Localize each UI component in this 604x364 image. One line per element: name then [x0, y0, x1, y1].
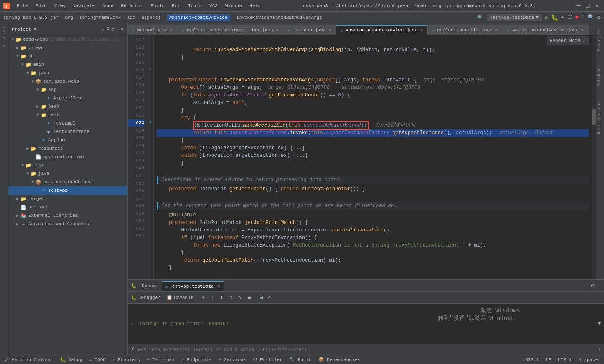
tree-test-folder[interactable]: ▼ 📁 test	[8, 111, 127, 119]
stop-button[interactable]: ■	[575, 14, 579, 21]
status-vcs[interactable]: ⎇ Version Control	[3, 357, 53, 362]
evaluate-filter-icon[interactable]: ⊻	[131, 346, 135, 353]
filter-icon[interactable]: ▼	[598, 321, 601, 326]
tree-src[interactable]: ▼ 📁 src	[8, 52, 127, 60]
close-sidebar-icon[interactable]: ✕	[121, 26, 124, 32]
close-button[interactable]: ✕	[593, 2, 601, 10]
tree-java-test[interactable]: ▼ 📁 java	[8, 169, 127, 178]
tree-external-libs[interactable]: ▶ 📚 External Libraries	[8, 211, 127, 220]
menu-view[interactable]: View	[51, 3, 68, 9]
debug-button[interactable]: 🐛	[551, 14, 558, 21]
status-encoding[interactable]: UTF-8	[558, 357, 572, 362]
debug-evaluate-btn[interactable]: ≡	[245, 294, 254, 302]
status-profiler-btn[interactable]: ⏱ Profiler	[253, 357, 282, 362]
tab-reflective[interactable]: ☕ ReflectiveMethodInvocation.java ✕	[177, 25, 283, 35]
status-build-btn[interactable]: 🔨 Build	[289, 357, 312, 362]
evaluate-input[interactable]	[138, 347, 594, 352]
tab-testaop[interactable]: ☕ TestAop.java ✕	[283, 25, 336, 35]
code-editor[interactable]: Reader Mode ✓ return invokeAdviceMethodW…	[154, 35, 592, 279]
tree-apprun[interactable]: ● AppRun	[8, 136, 127, 144]
run-button[interactable]: ▶	[545, 14, 549, 21]
sidebar-dropdown[interactable]: ▼	[34, 27, 36, 32]
status-dependencies-btn[interactable]: 📦 Dependencies	[318, 357, 360, 362]
menu-file[interactable]: File	[13, 3, 31, 9]
menu-navigate[interactable]: Navigate	[69, 3, 98, 9]
tree-resources[interactable]: ▶ 📂 resources	[8, 144, 127, 153]
breadcrumb-org[interactable]: org	[65, 15, 73, 20]
tree-main[interactable]: ▼ 📁 main	[8, 60, 127, 69]
status-services-btn[interactable]: ⚡ Services	[219, 357, 246, 362]
maximize-button[interactable]: □	[584, 2, 591, 10]
breadcrumb-aspectj[interactable]: aspectj	[141, 15, 161, 20]
tree-scratches[interactable]: ▶ ✏ Scratches and Consoles	[8, 220, 127, 228]
menu-help[interactable]: Help	[246, 3, 264, 9]
menu-refactor[interactable]: Refactor	[117, 3, 146, 9]
tab-close-method[interactable]: ✕	[170, 27, 173, 33]
menu-tools[interactable]: Tools	[185, 3, 205, 9]
tab-method-java[interactable]: ☕ Method.java ✕	[128, 25, 177, 35]
status-todo-btn[interactable]: ☑ TODO	[89, 357, 106, 362]
tab-close-testaop[interactable]: ✕	[328, 27, 331, 33]
tree-test-package[interactable]: ▼ 📦 com.ossa.web3.test	[8, 178, 127, 186]
breadcrumb-file[interactable]: AbstractAspectJAdvice	[167, 14, 230, 21]
tab-reflection[interactable]: ☕ ReflectionUtils.java ✕	[428, 25, 503, 35]
tab-overflow-icon[interactable]: ⋮	[596, 29, 601, 35]
threads-icon[interactable]: ⤢	[267, 294, 271, 301]
debug-step-into-btn[interactable]: ↓	[208, 294, 217, 302]
run-config-selector[interactable]: TestAop.testData ▼	[487, 14, 542, 21]
breadcrumb-jar[interactable]: spring-aop-6.0.3.jar	[3, 15, 59, 20]
evaluate-submit-icon[interactable]: ›	[598, 347, 601, 353]
status-endpoints-btn[interactable]: ↗ Endpoints	[181, 357, 212, 362]
project-panel-toggle[interactable]: Structure	[1, 25, 7, 49]
menu-edit[interactable]: Edit	[32, 3, 49, 9]
scroll-indicator[interactable]	[592, 35, 596, 279]
breadcrumb-method[interactable]: invokeAdviceMethodWithGivenArgs	[236, 15, 322, 20]
status-lf[interactable]: LF	[546, 357, 551, 362]
tree-appyml[interactable]: 📄 application.yml	[8, 153, 127, 161]
menu-window[interactable]: Window	[222, 3, 245, 9]
menu-code[interactable]: Code	[99, 3, 117, 9]
database-panel-toggle[interactable]: Database	[596, 63, 604, 90]
status-terminal-btn[interactable]: ⌨ Terminal	[147, 357, 174, 362]
tab-close-reflective[interactable]: ✕	[276, 27, 279, 33]
tree-test-src[interactable]: ▼ 📁 test	[8, 161, 127, 169]
tree-target[interactable]: ▶ 📁 target	[8, 195, 127, 203]
debug-settings-icon[interactable]: ⚙	[591, 282, 594, 289]
tree-testimpl[interactable]: ● TestImpl	[8, 119, 127, 127]
menu-vcs[interactable]: VCS	[206, 3, 221, 9]
profile-button[interactable]: ⏱	[567, 14, 573, 21]
debug-close-icon[interactable]: —	[597, 282, 601, 289]
tab-aspectjaround[interactable]: ☕ AspectJAroundAdvice.java ✕	[502, 25, 588, 35]
settings-icon[interactable]: ⚙	[597, 14, 601, 21]
maven-panel-toggle[interactable]: Maven	[596, 35, 604, 55]
tree-idea[interactable]: ▶ 📁 .idea	[8, 44, 127, 52]
list-view-icon[interactable]: ≡	[107, 26, 109, 32]
minimize-button[interactable]: ─	[575, 2, 582, 10]
collapse-icon[interactable]: —	[116, 26, 119, 32]
external-link-icon[interactable]: ↗	[102, 26, 105, 32]
notifications-panel-toggle[interactable]: Notifications	[596, 98, 604, 138]
tree-aspectjtest[interactable]: ● AspectJTest	[8, 94, 127, 102]
debug-force-step-btn[interactable]: ⬇	[218, 294, 226, 302]
project-root[interactable]: ▼ 📁 ossa-web3 C:\Users\sunjinxin\IdeaPro…	[8, 35, 127, 44]
tree-testinterface[interactable]: ◉ TestInterface	[8, 127, 127, 136]
tree-aop[interactable]: ▼ 📁 aop	[8, 86, 127, 94]
reader-mode-label[interactable]: Reader Mode	[550, 37, 581, 44]
search-everywhere-icon[interactable]: 🔍	[477, 15, 483, 20]
tab-abstractaspect[interactable]: ☕ AbstractAspectJAdvice.java ✕	[336, 25, 428, 35]
status-debug-btn[interactable]: 🐛 Debug	[60, 357, 83, 362]
status-indent[interactable]: 4 spaces	[578, 357, 601, 362]
translate-icon[interactable]: T	[581, 14, 585, 21]
tab-close-reflection[interactable]: ✕	[495, 27, 498, 33]
tree-package[interactable]: ▼ 📦 com.ossa.web3	[8, 77, 127, 86]
tree-pomxml[interactable]: 📄 pom.xml	[8, 203, 127, 211]
frames-icon[interactable]: ⊞	[260, 294, 263, 301]
debug-tab-testaop[interactable]: ☕ TestAop.testData ✕	[162, 281, 224, 291]
debugger-tab[interactable]: 🐛 Debugger	[131, 295, 161, 300]
console-tab[interactable]: 📋 Console	[167, 295, 193, 300]
status-problems-btn[interactable]: ⚠ Problems	[112, 357, 140, 362]
debug-tab-close[interactable]: ✕	[217, 283, 220, 289]
tree-java-main[interactable]: ▼ 📁 java	[8, 69, 127, 77]
coverage-button[interactable]: ⚡	[561, 14, 564, 21]
gear-icon[interactable]: ⚙	[111, 26, 114, 32]
